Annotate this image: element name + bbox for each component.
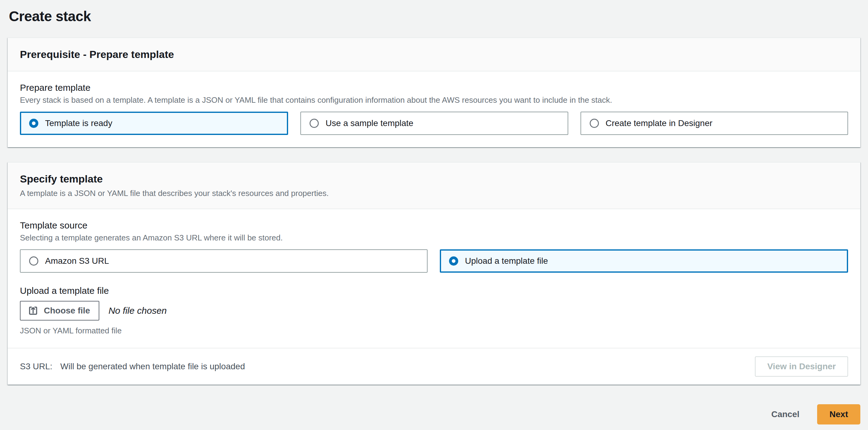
option-create-template-designer[interactable]: Create template in Designer <box>581 112 848 135</box>
prepare-template-options: Template is ready Use a sample template … <box>20 112 848 135</box>
specify-template-card-body: Template source Selecting a template gen… <box>8 209 860 348</box>
prepare-template-label: Prepare template <box>20 83 848 93</box>
view-in-designer-button[interactable]: View in Designer <box>755 356 848 377</box>
radio-unselected-icon <box>310 119 319 128</box>
prepare-template-description: Every stack is based on a template. A te… <box>20 95 848 105</box>
option-upload-template-file-label: Upload a template file <box>465 256 548 266</box>
s3-url-row: S3 URL: Will be generated when template … <box>20 362 245 371</box>
template-source-label: Template source <box>20 220 848 231</box>
radio-unselected-icon <box>590 119 599 128</box>
upload-template-file-label: Upload a template file <box>20 286 848 296</box>
page-title: Create stack <box>9 8 860 25</box>
choose-file-button-label: Choose file <box>44 306 90 316</box>
file-format-hint: JSON or YAML formatted file <box>20 326 848 336</box>
cancel-button[interactable]: Cancel <box>771 409 799 419</box>
option-amazon-s3-url-label: Amazon S3 URL <box>45 256 109 266</box>
template-source-options: Amazon S3 URL Upload a template file <box>20 249 848 273</box>
option-template-is-ready[interactable]: Template is ready <box>20 112 288 135</box>
s3-url-value: Will be generated when template file is … <box>60 362 245 371</box>
specify-template-card-description: A template is a JSON or YAML file that d… <box>20 189 848 198</box>
wizard-actions: Cancel Next <box>8 399 860 425</box>
choose-file-row: Choose file No file chosen <box>20 301 848 320</box>
specify-template-card-title: Specify template <box>20 173 848 185</box>
prerequisite-card-header: Prerequisite - Prepare template <box>8 38 860 71</box>
option-use-sample-template-label: Use a sample template <box>326 118 413 128</box>
prerequisite-card-body: Prepare template Every stack is based on… <box>8 71 860 147</box>
option-amazon-s3-url[interactable]: Amazon S3 URL <box>20 249 428 273</box>
prerequisite-card-title: Prerequisite - Prepare template <box>20 49 848 60</box>
upload-icon <box>28 306 38 316</box>
next-button[interactable]: Next <box>817 404 860 425</box>
choose-file-button[interactable]: Choose file <box>20 301 99 320</box>
specify-template-card-footer: S3 URL: Will be generated when template … <box>8 348 860 384</box>
specify-template-card-header: Specify template A template is a JSON or… <box>8 163 860 209</box>
specify-template-card: Specify template A template is a JSON or… <box>8 162 860 384</box>
option-template-is-ready-label: Template is ready <box>45 118 112 128</box>
radio-selected-icon <box>29 119 38 128</box>
no-file-chosen-text: No file chosen <box>108 306 167 316</box>
prerequisite-card: Prerequisite - Prepare template Prepare … <box>8 37 860 147</box>
create-stack-page: Create stack Prerequisite - Prepare temp… <box>0 0 868 425</box>
option-create-template-designer-label: Create template in Designer <box>606 118 713 128</box>
option-use-sample-template[interactable]: Use a sample template <box>300 112 568 135</box>
radio-unselected-icon <box>29 256 38 266</box>
s3-url-label: S3 URL: <box>20 362 53 371</box>
template-source-description: Selecting a template generates an Amazon… <box>20 233 848 242</box>
option-upload-template-file[interactable]: Upload a template file <box>440 249 848 273</box>
radio-selected-icon <box>449 256 458 266</box>
